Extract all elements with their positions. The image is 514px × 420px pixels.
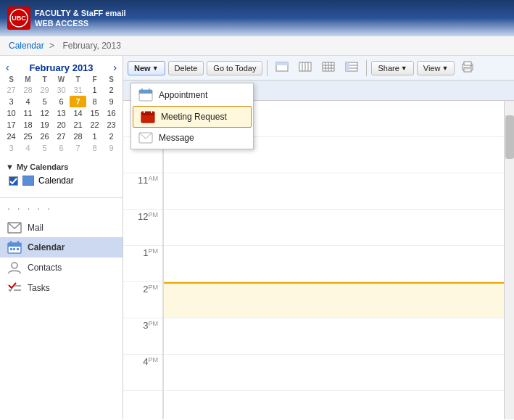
breadcrumb-current: February, 2013 [62, 41, 121, 51]
delete-label: Delete [175, 64, 198, 73]
message-label: Message [159, 133, 194, 143]
next-month-button[interactable]: › [113, 62, 117, 73]
mini-cal-day[interactable]: 9 [103, 142, 120, 154]
mini-cal-day[interactable]: 23 [103, 119, 120, 131]
breadcrumb: Calendar > February, 2013 [0, 36, 514, 56]
scrollbar-thumb[interactable] [505, 115, 514, 159]
content-area: New ▼ Appointment [123, 56, 514, 419]
scrollbar[interactable] [504, 101, 514, 419]
my-calendars-triangle[interactable]: ▼ [6, 162, 14, 171]
sidebar-item-calendar[interactable]: Calendar [0, 237, 123, 258]
view-button[interactable]: View ▼ [417, 61, 455, 75]
tasks-label: Tasks [28, 283, 50, 293]
mini-cal-day[interactable]: 10 [3, 107, 20, 119]
mini-cal-day[interactable]: 16 [103, 107, 120, 119]
mini-cal-day[interactable]: 31 [70, 84, 86, 96]
mini-cal-day[interactable]: 9 [103, 96, 120, 107]
mini-cal-day[interactable]: 4 [20, 96, 36, 107]
day-header-sun: S [3, 75, 20, 84]
mini-cal-day[interactable]: 1 [86, 131, 103, 142]
mini-cal-day[interactable]: 29 [36, 84, 53, 96]
print-button[interactable] [457, 59, 478, 77]
mini-cal-day[interactable]: 14 [70, 107, 86, 119]
mini-cal-day[interactable]: 25 [20, 131, 36, 142]
mini-cal-day[interactable]: 13 [53, 107, 70, 119]
go-to-today-button[interactable]: Go to Today [207, 61, 262, 75]
calendar-label: Calendar [38, 176, 74, 186]
day-view-icon [275, 62, 289, 72]
mini-cal-day[interactable]: 3 [3, 142, 20, 154]
mini-cal-day[interactable]: 5 [36, 142, 53, 154]
mini-cal-day[interactable]: 2 [103, 84, 120, 96]
sidebar-item-mail[interactable]: Mail [0, 218, 123, 237]
mini-cal-day[interactable]: 15 [86, 107, 103, 119]
mini-cal-day[interactable]: 18 [20, 119, 36, 131]
new-label: New [134, 64, 151, 73]
logo: UBC FACULTY & StaFF email WEB ACCESS [7, 7, 126, 30]
mini-cal-grid: S M T W T F S 27282930311234567891011121… [3, 75, 120, 154]
mini-cal-day[interactable]: 20 [53, 119, 70, 131]
day-header-sat: S [103, 75, 120, 84]
sidebar-item-contacts[interactable]: Contacts [0, 258, 123, 278]
mini-cal-day[interactable]: 19 [36, 119, 53, 131]
list-view-icon [345, 62, 358, 72]
appointment-label: Appointment [159, 90, 207, 100]
sidebar-dots: · · · · · [0, 198, 123, 218]
mini-cal-day[interactable]: 22 [86, 119, 103, 131]
month-view-button[interactable] [318, 59, 339, 76]
mini-cal-day[interactable]: 1 [86, 84, 103, 96]
mini-cal-day[interactable]: 24 [3, 131, 20, 142]
share-button[interactable]: Share ▼ [371, 61, 413, 75]
mini-cal-day[interactable]: 30 [53, 84, 70, 96]
mini-cal-day[interactable]: 28 [20, 84, 36, 96]
delete-button[interactable]: Delete [168, 61, 204, 75]
mini-cal-day[interactable]: 5 [36, 96, 53, 107]
mini-cal-day[interactable]: 21 [70, 119, 86, 131]
cal-time-row[interactable] [164, 246, 504, 282]
mini-cal-day[interactable]: 28 [70, 131, 86, 142]
toolbar-separator-2 [366, 60, 367, 76]
mini-cal-day[interactable]: 7 [70, 96, 86, 107]
mini-cal-day[interactable]: 4 [20, 142, 36, 154]
mini-cal-day[interactable]: 8 [86, 142, 103, 154]
sidebar-navigation: · · · · · Mail Calendar [0, 197, 123, 298]
day-header-tue: T [36, 75, 53, 84]
my-calendars-header: ▼ My Calendars [6, 162, 117, 171]
mini-cal-day[interactable]: 6 [53, 96, 70, 107]
time-label: 2PM [123, 282, 162, 318]
mini-cal-day[interactable]: 2 [103, 131, 120, 142]
mini-cal-day[interactable]: 12 [36, 107, 53, 119]
cal-time-row[interactable] [164, 355, 504, 391]
week-view-button[interactable] [295, 59, 315, 76]
svg-rect-39 [346, 68, 349, 71]
mini-cal-day[interactable]: 17 [3, 119, 20, 131]
cal-time-row[interactable] [164, 318, 504, 355]
cal-time-row[interactable] [164, 173, 504, 210]
new-dropdown-arrow: ▼ [152, 65, 159, 72]
cal-time-row[interactable] [164, 282, 504, 318]
sidebar-item-tasks[interactable]: Tasks [0, 278, 123, 298]
appointment-menu-item[interactable]: Appointment [131, 85, 253, 105]
calendar-color-icon [22, 176, 34, 186]
cal-time-row[interactable] [164, 210, 504, 246]
breadcrumb-calendar-link[interactable]: Calendar [9, 41, 44, 51]
calendar-checkbox[interactable] [9, 176, 18, 186]
month-view-icon [322, 62, 335, 72]
prev-month-button[interactable]: ‹ [6, 62, 9, 73]
new-button[interactable]: New ▼ [128, 61, 165, 75]
mini-cal-day[interactable]: 7 [70, 142, 86, 154]
mini-cal-day[interactable]: 8 [86, 96, 103, 107]
message-menu-item[interactable]: Message [131, 128, 253, 147]
calendar-item[interactable]: Calendar [6, 174, 117, 187]
mini-cal-day[interactable]: 27 [53, 131, 70, 142]
mini-cal-day[interactable]: 3 [3, 96, 20, 107]
mini-cal-day[interactable]: 27 [3, 84, 20, 96]
view-label: View [423, 64, 441, 73]
mini-cal-day[interactable]: 26 [36, 131, 53, 142]
mini-cal-day[interactable]: 11 [20, 107, 36, 119]
mini-cal-day[interactable]: 6 [53, 142, 70, 154]
time-label: 12PM [123, 210, 162, 246]
day-view-button[interactable] [272, 59, 292, 76]
list-view-button[interactable] [341, 59, 362, 76]
meeting-request-menu-item[interactable]: Meeting Request [133, 106, 252, 128]
